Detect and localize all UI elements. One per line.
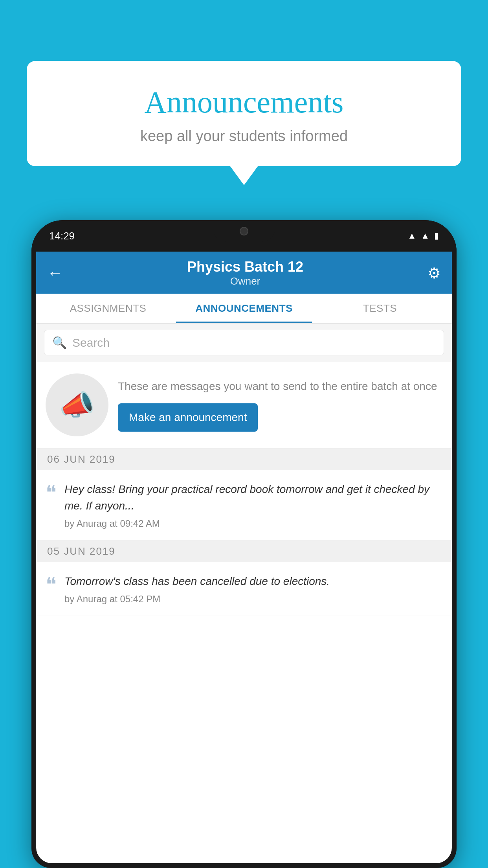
phone-frame: 14:29 ▲ ▲ ▮ ← Physics Batch 12 Owner ⚙ A… (31, 220, 457, 868)
search-placeholder: Search (72, 336, 110, 349)
signal-icon: ▲ (421, 231, 429, 241)
speech-bubble-container: Announcements keep all your students inf… (27, 61, 461, 166)
status-time: 14:29 (49, 230, 75, 242)
phone-screen: ← Physics Batch 12 Owner ⚙ ASSIGNMENTS A… (36, 252, 452, 863)
battery-icon: ▮ (434, 231, 439, 241)
megaphone-circle: 📣 (46, 373, 108, 436)
quote-icon-2: ❝ (46, 575, 57, 595)
announcement-prompt: 📣 These are messages you want to send to… (36, 362, 452, 449)
status-bar: 14:29 ▲ ▲ ▮ (31, 220, 457, 252)
prompt-description: These are messages you want to send to t… (118, 378, 442, 395)
announcement-meta-2: by Anurag at 05:42 PM (64, 594, 442, 605)
app-header: ← Physics Batch 12 Owner ⚙ (36, 252, 452, 294)
status-icons: ▲ ▲ ▮ (407, 231, 439, 241)
announcement-text-2: Tomorrow's class has been cancelled due … (64, 573, 442, 590)
header-subtitle: Owner (63, 275, 427, 287)
announcement-item-2[interactable]: ❝ Tomorrow's class has been cancelled du… (36, 562, 452, 616)
search-bar[interactable]: 🔍 Search (44, 330, 444, 355)
megaphone-icon: 📣 (59, 388, 95, 422)
search-icon: 🔍 (52, 336, 67, 349)
speech-bubble-subtitle: keep all your students informed (46, 128, 442, 145)
quote-icon-1: ❝ (46, 483, 57, 503)
camera (240, 227, 248, 235)
announcement-content-2: Tomorrow's class has been cancelled due … (64, 573, 442, 605)
announcement-content-1: Hey class! Bring your practical record b… (64, 481, 442, 529)
speech-bubble-title: Announcements (46, 85, 442, 120)
tab-tests[interactable]: TESTS (312, 294, 448, 323)
back-button[interactable]: ← (47, 264, 63, 282)
date-divider-2: 05 JUN 2019 (36, 541, 452, 562)
tabs-container: ASSIGNMENTS ANNOUNCEMENTS TESTS (36, 294, 452, 324)
announcement-text-1: Hey class! Bring your practical record b… (64, 481, 442, 514)
tab-announcements[interactable]: ANNOUNCEMENTS (176, 294, 312, 323)
tab-assignments[interactable]: ASSIGNMENTS (40, 294, 176, 323)
header-title: Physics Batch 12 (63, 259, 427, 275)
speech-bubble: Announcements keep all your students inf… (27, 61, 461, 166)
prompt-right: These are messages you want to send to t… (118, 378, 442, 432)
announcement-item-1[interactable]: ❝ Hey class! Bring your practical record… (36, 470, 452, 541)
search-container: 🔍 Search (36, 324, 452, 362)
date-divider-1: 06 JUN 2019 (36, 449, 452, 470)
announcement-meta-1: by Anurag at 09:42 AM (64, 518, 442, 529)
make-announcement-button[interactable]: Make an announcement (118, 403, 258, 432)
settings-icon[interactable]: ⚙ (427, 265, 441, 282)
notch (213, 220, 275, 242)
wifi-icon: ▲ (407, 231, 416, 241)
header-center: Physics Batch 12 Owner (63, 259, 427, 287)
